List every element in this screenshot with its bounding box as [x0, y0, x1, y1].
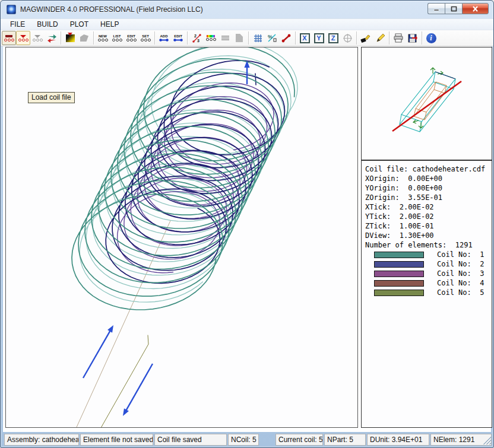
ztick-line: ZTick: 1.00E-01 [365, 221, 492, 231]
minimize-icon [433, 6, 439, 11]
top-edge [435, 72, 455, 79]
status-current-coil: Current coil: 5 [276, 434, 323, 446]
part-segment-icon [173, 38, 183, 42]
edit-part-button[interactable]: EDIT [171, 31, 185, 45]
list-icon [221, 35, 229, 41]
menu-build[interactable]: BUILD [31, 20, 64, 30]
dview-line: DView: 1.30E+00 [365, 231, 492, 240]
coil-rings-icon [141, 39, 151, 42]
coil-1-label: Coil No: 1 [437, 250, 484, 259]
close-icon [472, 6, 479, 12]
yorigin-line: YOrigin: 0.00E+00 [365, 183, 492, 193]
element-list-button-disabled [218, 31, 232, 45]
status-assembly: Assembly: cathodehea [4, 434, 79, 446]
plot-field-button[interactable] [63, 31, 77, 45]
toolbar-separator [187, 31, 188, 45]
xorigin-line: XOrigin: 0.00E+00 [365, 174, 492, 183]
zorigin-line: ZOrigin: 3.55E-01 [365, 193, 492, 202]
info-icon: i [426, 33, 436, 43]
status-bar: Assembly: cathodehea Element file not sa… [3, 433, 491, 446]
toolbar: NEW LIST EDIT SET ADD EDIT [1, 30, 493, 46]
assembly-preview-panel[interactable] [361, 47, 492, 160]
coil-rings-icon [126, 39, 137, 42]
close-button[interactable] [462, 3, 489, 14]
grid-toggle-button[interactable] [251, 31, 265, 45]
edit-coil-label: EDIT [127, 34, 135, 38]
load-coil-file-button[interactable] [16, 31, 30, 45]
circle-cross-icon [343, 33, 353, 43]
add-part-button[interactable]: ADD [157, 31, 171, 45]
set-coil-button[interactable]: SET [138, 31, 153, 45]
svg-text:%: % [268, 34, 273, 40]
coil-4-label: Coil No: 4 [437, 279, 484, 287]
menu-file[interactable]: FILE [4, 20, 31, 30]
print-button[interactable] [391, 31, 406, 45]
coil-plot-canvas[interactable] [5, 47, 358, 428]
axis-line [392, 81, 461, 131]
line-scan-button[interactable] [279, 31, 293, 45]
renumber-parts-button[interactable]: 2 3 [189, 31, 204, 45]
resize-grip[interactable] [483, 437, 491, 444]
right-column: Coil file: cathodeheater.cdf XOrigin: 0.… [361, 47, 492, 428]
toolbar-separator [61, 31, 61, 45]
brush-tool-button[interactable] [359, 31, 373, 45]
svg-text:2: 2 [194, 34, 197, 38]
title-bar[interactable]: MAGWINDER 4.0 PROFESSIONAL (Field Precis… [1, 1, 493, 18]
floppy-save-icon [408, 33, 418, 43]
rainbow-icon [207, 35, 215, 37]
edit-coil-button[interactable]: EDIT [124, 31, 138, 45]
new-coil-label: NEW [99, 34, 107, 38]
legend-row: Coil No: 4 [365, 278, 492, 288]
coil-rings-icon [4, 39, 14, 42]
scale-view-button[interactable]: % [265, 31, 279, 45]
view-x-axis-button[interactable]: X [297, 31, 312, 45]
field-gradient-icon [66, 34, 75, 42]
view-z-axis-button[interactable]: Z [326, 31, 340, 45]
minimize-button[interactable] [428, 3, 445, 14]
coil-file-line: Coil file: cathodeheater.cdf [365, 164, 492, 174]
isometric-view-button-disabled [340, 31, 354, 45]
legend-row: Coil No: 3 [365, 269, 492, 278]
new-coil-button[interactable]: NEW [96, 31, 110, 45]
menu-help[interactable]: HELP [94, 20, 125, 30]
segment-icon [281, 34, 292, 43]
coil-2-swatch [374, 261, 424, 268]
view-y-axis-button[interactable]: Y [312, 31, 326, 45]
xtick-line: XTick: 2.00E-02 [365, 202, 492, 212]
list-coils-label: LIST [113, 34, 121, 38]
maximize-icon [451, 6, 457, 12]
about-button[interactable]: i [424, 31, 438, 45]
toolbar-separator [93, 31, 94, 45]
file-report-button-disabled [232, 31, 246, 45]
main-area: Load coil file [3, 46, 491, 432]
pencil-tool-button[interactable] [373, 31, 387, 45]
toolbar-separator [295, 31, 296, 45]
save-plot-button[interactable] [406, 31, 420, 45]
page-icon [236, 34, 243, 42]
list-coils-button[interactable]: LIST [110, 31, 124, 45]
pencil-icon [375, 33, 385, 43]
coil-colors-button[interactable] [204, 31, 218, 45]
two-thirds-icon: 2 3 [192, 33, 202, 43]
save-coil-file-button-disabled [30, 31, 45, 45]
toolbar-separator [356, 31, 357, 45]
x-axis-icon: X [300, 33, 310, 43]
toolbar-separator [248, 31, 249, 45]
coil-1-swatch [374, 252, 424, 258]
status-nelem: NElem: 1291 [430, 434, 492, 446]
legend-row: Coil No: 2 [365, 259, 492, 269]
status-ncoil: NCoil: 5 [228, 434, 259, 446]
app-icon [7, 5, 16, 14]
coil-rings-icon [206, 38, 216, 41]
coil-5-swatch [374, 290, 424, 296]
assembly-transfer-button[interactable] [45, 31, 59, 45]
brush-icon [360, 33, 371, 43]
coil-4-swatch [374, 280, 424, 287]
maximize-button[interactable] [445, 3, 462, 14]
toolbar-separator [389, 31, 390, 45]
transfer-arrows-icon [47, 34, 57, 43]
tooltip-load-coil-file: Load coil file [28, 92, 75, 103]
new-coil-file-button[interactable] [2, 31, 16, 45]
menu-plot[interactable]: PLOT [64, 20, 94, 30]
coil-3d-drawing [6, 47, 357, 427]
